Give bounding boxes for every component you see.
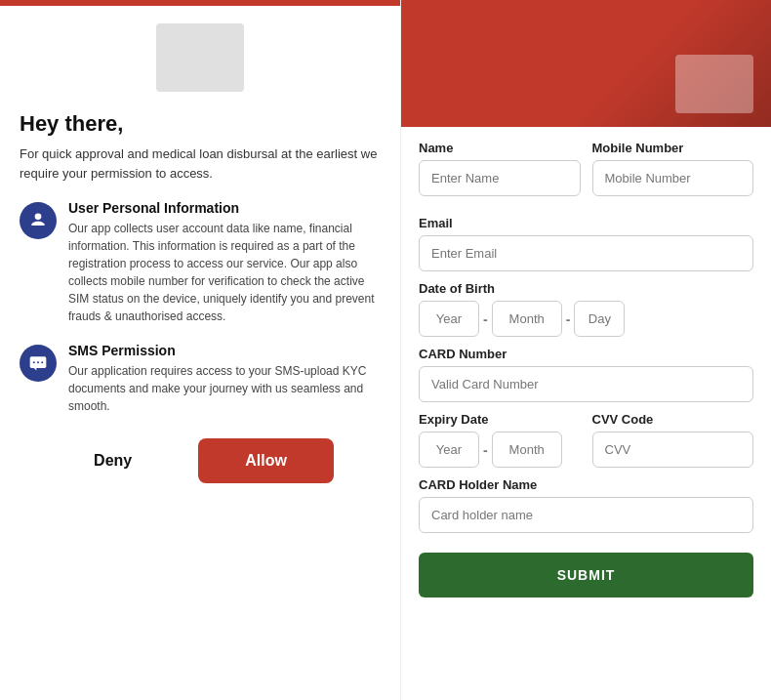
dob-group: Date of Birth - - bbox=[419, 281, 753, 337]
right-logo bbox=[675, 55, 753, 113]
submit-button[interactable]: SUBMIT bbox=[419, 553, 753, 597]
expiry-year-input[interactable] bbox=[419, 432, 479, 468]
logo bbox=[156, 23, 244, 92]
left-panel: Hey there, For quick approval and medica… bbox=[0, 0, 400, 700]
left-content: Hey there, For quick approval and medica… bbox=[0, 102, 400, 503]
sms-block: SMS Permission Our application requires … bbox=[68, 343, 381, 415]
name-label: Name bbox=[419, 141, 581, 155]
form-area: Name Mobile Number Email Date of Birth -… bbox=[401, 127, 771, 617]
expiry-row-inner: - bbox=[419, 432, 581, 468]
mobile-label: Mobile Number bbox=[592, 141, 754, 155]
action-buttons: Deny Allow bbox=[20, 438, 381, 483]
right-top-area bbox=[401, 0, 771, 127]
holder-label: CARD Holder Name bbox=[419, 477, 753, 492]
greeting-text: Hey there, bbox=[20, 111, 381, 137]
name-input[interactable] bbox=[419, 160, 581, 196]
sms-title: SMS Permission bbox=[68, 343, 381, 358]
right-panel: Name Mobile Number Email Date of Birth -… bbox=[400, 0, 771, 700]
svg-point-3 bbox=[37, 361, 39, 363]
cvv-group: CVV Code bbox=[592, 412, 754, 468]
dob-month-input[interactable] bbox=[492, 301, 562, 337]
email-group: Email bbox=[419, 216, 753, 271]
permission-item-personal: User Personal Information Our app collec… bbox=[20, 200, 381, 325]
cvv-input[interactable] bbox=[592, 432, 754, 468]
expiry-label: Expiry Date bbox=[419, 412, 581, 427]
allow-button[interactable]: Allow bbox=[198, 438, 334, 483]
card-number-input[interactable] bbox=[419, 366, 753, 402]
email-label: Email bbox=[419, 216, 753, 230]
name-mobile-row: Name Mobile Number bbox=[419, 141, 753, 206]
expiry-cvv-row: Expiry Date - CVV Code bbox=[419, 412, 753, 468]
logo-area bbox=[0, 6, 400, 102]
personal-info-block: User Personal Information Our app collec… bbox=[68, 200, 381, 325]
deny-button[interactable]: Deny bbox=[66, 438, 159, 483]
expiry-group: Expiry Date - bbox=[419, 412, 581, 468]
name-group: Name bbox=[419, 141, 581, 196]
sms-icon bbox=[20, 345, 57, 382]
card-number-label: CARD Number bbox=[419, 347, 753, 361]
dob-sep-1: - bbox=[483, 311, 488, 327]
intro-text: For quick approval and medical loan disb… bbox=[20, 144, 381, 183]
svg-point-2 bbox=[33, 361, 35, 363]
cvv-label: CVV Code bbox=[592, 412, 754, 427]
svg-point-0 bbox=[35, 214, 42, 221]
expiry-month-input[interactable] bbox=[492, 432, 562, 468]
dob-row: - - bbox=[419, 301, 753, 337]
dob-year-input[interactable] bbox=[419, 301, 479, 337]
permission-item-sms: SMS Permission Our application requires … bbox=[20, 343, 381, 415]
dob-label: Date of Birth bbox=[419, 281, 753, 296]
holder-group: CARD Holder Name bbox=[419, 477, 753, 533]
card-number-group: CARD Number bbox=[419, 347, 753, 402]
holder-input[interactable] bbox=[419, 497, 753, 533]
expiry-sep: - bbox=[483, 442, 488, 458]
mobile-group: Mobile Number bbox=[592, 141, 754, 196]
sms-desc: Our application requires access to your … bbox=[68, 362, 381, 415]
personal-info-desc: Our app collects user account data like … bbox=[68, 220, 381, 325]
email-input[interactable] bbox=[419, 235, 753, 271]
mobile-input[interactable] bbox=[592, 160, 754, 196]
dob-day-input[interactable] bbox=[574, 301, 625, 337]
person-icon bbox=[20, 202, 57, 239]
personal-info-title: User Personal Information bbox=[68, 200, 381, 216]
svg-point-4 bbox=[41, 361, 43, 363]
dob-sep-2: - bbox=[566, 311, 571, 327]
